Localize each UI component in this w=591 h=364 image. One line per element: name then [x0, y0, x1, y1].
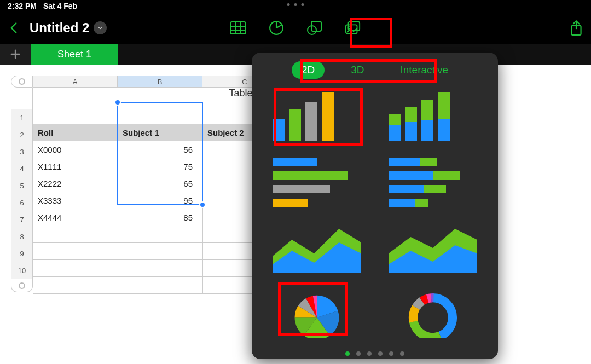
header-roll[interactable]: Roll: [33, 124, 118, 141]
top-toolbar: Untitled 2: [0, 12, 591, 44]
insert-shape-icon[interactable]: [306, 20, 323, 36]
chart-option-stacked-area[interactable]: [389, 223, 477, 273]
sheet-tab-1[interactable]: Sheet 1: [31, 44, 118, 65]
svg-point-12: [349, 27, 351, 29]
row-head-6[interactable]: 6: [11, 194, 33, 211]
pager-dot[interactable]: [367, 351, 372, 356]
chart-option-bar[interactable]: [273, 92, 361, 141]
table-row[interactable]: X1111 75: [33, 158, 288, 175]
row-head-4[interactable]: 4: [11, 160, 33, 177]
table-row[interactable]: X2222 65: [33, 175, 288, 192]
row-head-8[interactable]: 8: [11, 228, 33, 245]
add-sheet-button[interactable]: [0, 44, 31, 65]
title-dropdown[interactable]: [94, 21, 107, 34]
row-head-5[interactable]: 5: [11, 177, 33, 194]
chart-option-hbar[interactable]: [273, 158, 361, 207]
status-date: Sat 4 Feb: [43, 2, 77, 10]
chart-type-segmented: 2D 3D Interactive: [266, 61, 484, 79]
row-headers: 1 2 3 4 5 6 7 8 9 10 =: [11, 88, 33, 292]
row-head-3[interactable]: 3: [11, 143, 33, 160]
tab-3d[interactable]: 3D: [341, 61, 374, 79]
data-table[interactable]: Roll Subject 1 Subject 2 X0000 56 X1111 …: [33, 102, 288, 294]
insert-media-icon[interactable]: [345, 20, 361, 36]
pager-dot[interactable]: [345, 351, 350, 356]
row-head-7[interactable]: 7: [11, 211, 33, 228]
insert-table-icon[interactable]: [230, 20, 246, 36]
table-row[interactable]: X0000 56: [33, 141, 288, 158]
chart-option-donut[interactable]: [389, 289, 477, 338]
document-title[interactable]: Untitled 2: [30, 20, 89, 36]
pager-dot[interactable]: [356, 351, 361, 356]
multitask-dots[interactable]: [287, 3, 304, 6]
tab-2d[interactable]: 2D: [292, 61, 325, 79]
table-row[interactable]: X4444 85: [33, 209, 288, 226]
insert-chart-icon[interactable]: [268, 20, 285, 36]
back-button[interactable]: [7, 21, 21, 35]
select-all-corner[interactable]: [11, 76, 33, 88]
chart-option-pie[interactable]: [273, 289, 361, 338]
share-icon[interactable]: [568, 20, 584, 36]
column-headers: A B C: [11, 76, 287, 88]
table-row[interactable]: X3333 95: [33, 192, 288, 209]
svg-line-7: [276, 25, 282, 28]
svg-rect-0: [230, 22, 246, 34]
formula-button[interactable]: =: [11, 279, 33, 292]
row-head-1[interactable]: 1: [11, 109, 33, 126]
status-bar: 2:32 PM Sat 4 Feb: [0, 0, 591, 12]
col-head-a[interactable]: A: [33, 76, 118, 88]
header-subject1[interactable]: Subject 1: [118, 124, 203, 141]
row-head-10[interactable]: 10: [11, 262, 33, 279]
tab-interactive[interactable]: Interactive: [390, 61, 458, 79]
pager-dot[interactable]: [378, 351, 383, 356]
status-time: 2:32 PM: [8, 2, 37, 10]
row-head-spacer: [11, 88, 33, 109]
chart-option-stacked-bar[interactable]: [389, 92, 477, 141]
pager-dot[interactable]: [389, 351, 393, 356]
row-head-9[interactable]: 9: [11, 245, 33, 262]
pager-dot[interactable]: [400, 351, 404, 356]
chart-picker-popover: 2D 3D Interactive: [252, 53, 498, 359]
chart-option-stacked-hbar[interactable]: [389, 158, 477, 207]
chart-pager[interactable]: [266, 351, 484, 356]
row-head-2[interactable]: 2: [11, 126, 33, 143]
chart-option-area[interactable]: [273, 223, 361, 273]
col-head-b[interactable]: B: [118, 76, 202, 88]
